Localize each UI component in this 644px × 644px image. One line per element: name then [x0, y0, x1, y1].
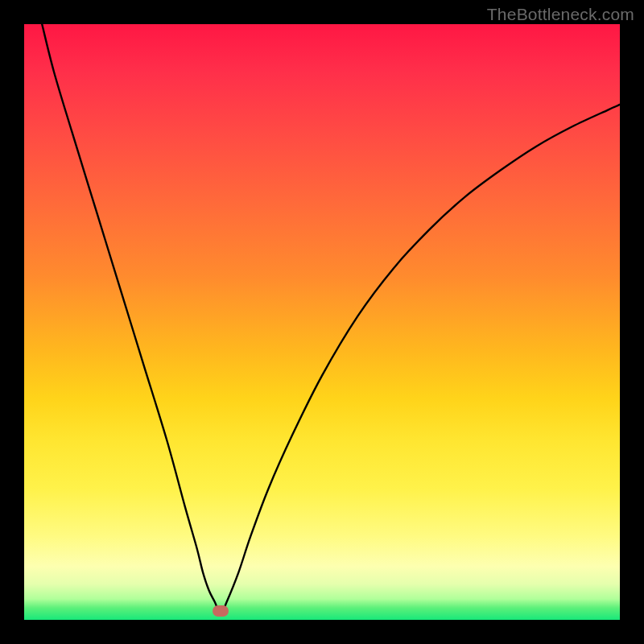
plot-area — [24, 24, 620, 620]
chart-frame: TheBottleneck.com — [0, 0, 644, 644]
bottleneck-curve — [24, 24, 620, 620]
watermark-label: TheBottleneck.com — [487, 5, 634, 24]
minimum-marker — [213, 605, 229, 617]
